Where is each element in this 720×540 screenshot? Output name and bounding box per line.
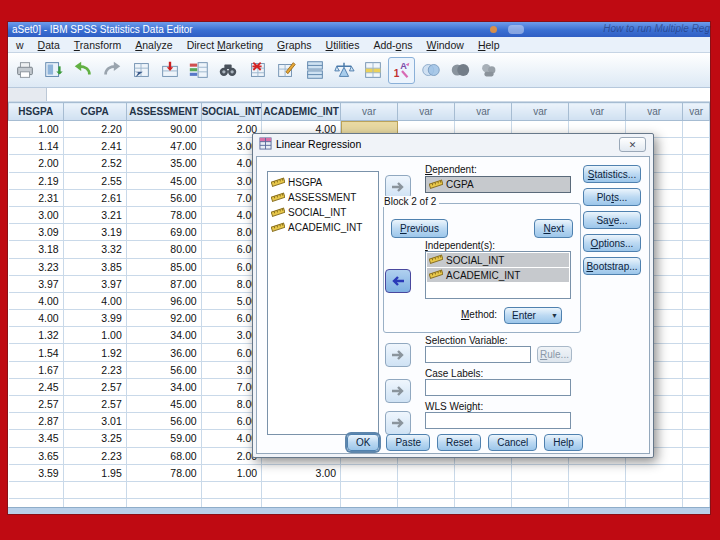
insert-variable-icon[interactable]	[272, 57, 299, 84]
menu-item[interactable]: Data	[31, 38, 67, 52]
cell[interactable]	[683, 481, 710, 498]
spell-check-icon[interactable]	[475, 57, 502, 84]
cell[interactable]: 36.00	[126, 344, 201, 361]
cell[interactable]	[683, 464, 710, 481]
cell[interactable]: 4.00	[9, 292, 64, 309]
cell[interactable]	[126, 499, 201, 507]
cell[interactable]	[683, 224, 710, 241]
wls-weight-field[interactable]	[425, 412, 571, 429]
cell[interactable]: 3.00	[262, 464, 341, 481]
cell[interactable]: 3.01	[63, 413, 126, 430]
cell[interactable]	[683, 155, 710, 172]
cell[interactable]: 3.19	[63, 224, 126, 241]
cell[interactable]	[683, 430, 710, 447]
cell[interactable]	[512, 481, 569, 498]
redo-icon[interactable]	[98, 57, 125, 84]
cell[interactable]: 2.57	[63, 396, 126, 413]
find-icon[interactable]	[214, 57, 241, 84]
menu-item[interactable]: Direct Marketing	[180, 38, 270, 52]
open-recent-dialogs-icon[interactable]	[40, 57, 67, 84]
cell[interactable]: 3.97	[9, 275, 64, 292]
cell[interactable]: 92.00	[126, 310, 201, 327]
selection-variable-field[interactable]	[425, 346, 531, 363]
cell[interactable]: 1.00	[9, 121, 64, 138]
cell[interactable]	[626, 464, 683, 481]
cell[interactable]: 78.00	[126, 464, 201, 481]
dialog-bottom-button[interactable]: Help	[544, 434, 583, 451]
cell[interactable]	[398, 464, 455, 481]
column-header[interactable]: ASSESSMENT	[126, 103, 201, 121]
print-icon[interactable]	[11, 57, 38, 84]
menu-item[interactable]: Help	[471, 38, 507, 52]
window-titlebar[interactable]: aSet0] - IBM SPSS Statistics Data Editor…	[8, 22, 710, 37]
dialog-titlebar[interactable]: Linear Regression ✕	[253, 134, 653, 154]
cell[interactable]: 69.00	[126, 224, 201, 241]
dialog-side-button[interactable]: Plots...	[583, 188, 641, 206]
menu-item[interactable]: w	[9, 38, 31, 52]
cell[interactable]: 1.92	[63, 344, 126, 361]
insert-cases-icon[interactable]	[243, 57, 270, 84]
cell[interactable]	[626, 499, 683, 507]
cell[interactable]	[683, 361, 710, 378]
dialog-side-button[interactable]: Bootstrap...	[583, 257, 641, 275]
cell[interactable]: 2.55	[63, 172, 126, 189]
dialog-side-button[interactable]: Statistics...	[583, 165, 641, 183]
cell[interactable]: 80.00	[126, 241, 201, 258]
dialog-bottom-button[interactable]: OK	[347, 434, 379, 451]
cell[interactable]: 56.00	[126, 189, 201, 206]
cell[interactable]	[683, 327, 710, 344]
cell[interactable]	[398, 481, 455, 498]
cell[interactable]: 35.00	[126, 155, 201, 172]
cell[interactable]: 3.00	[9, 206, 64, 223]
show-variable-sets-icon[interactable]	[417, 57, 444, 84]
cell[interactable]: 1.54	[9, 344, 64, 361]
cell[interactable]: 3.09	[9, 224, 64, 241]
cell[interactable]: 56.00	[126, 361, 201, 378]
dialog-side-button[interactable]: Save...	[583, 211, 641, 229]
column-header[interactable]: ACADEMIC_INT	[262, 103, 341, 121]
available-variables-list[interactable]: HSGPA ASSESSMENT SOCIAL_INT ACAD	[267, 171, 379, 435]
menu-item[interactable]: Analyze	[128, 38, 179, 52]
menu-item[interactable]: Window	[420, 38, 471, 52]
case-labels-field[interactable]	[425, 379, 571, 396]
menu-item[interactable]: Transform	[67, 38, 128, 52]
column-header[interactable]: var	[398, 103, 455, 121]
cell[interactable]: 87.00	[126, 275, 201, 292]
cell[interactable]: 2.23	[63, 447, 126, 464]
cell[interactable]: 1.00	[63, 327, 126, 344]
cell[interactable]	[683, 172, 710, 189]
cell[interactable]: 2.31	[9, 189, 64, 206]
cell[interactable]: 1.95	[63, 464, 126, 481]
cell[interactable]	[455, 499, 512, 507]
cell[interactable]: 59.00	[126, 430, 201, 447]
cell[interactable]: 2.45	[9, 378, 64, 395]
cell[interactable]	[569, 481, 626, 498]
show-all-variables-icon[interactable]	[446, 57, 473, 84]
cell[interactable]	[569, 464, 626, 481]
cell[interactable]: 90.00	[126, 121, 201, 138]
cell[interactable]	[569, 499, 626, 507]
move-case-labels-arrow-icon[interactable]	[385, 379, 411, 403]
use-variable-sets-icon[interactable]: 1A	[388, 57, 415, 84]
column-header[interactable]: var	[569, 103, 626, 121]
cell[interactable]: 2.52	[63, 155, 126, 172]
cell[interactable]: 2.57	[9, 396, 64, 413]
column-header[interactable]: var	[455, 103, 512, 121]
cell[interactable]	[683, 396, 710, 413]
previous-button[interactable]: Previous	[391, 219, 448, 238]
cell[interactable]	[262, 499, 341, 507]
cell[interactable]	[455, 481, 512, 498]
cell[interactable]: 3.18	[9, 241, 64, 258]
cell[interactable]: 4.00	[9, 310, 64, 327]
weight-cases-icon[interactable]	[330, 57, 357, 84]
column-header[interactable]: HSGPA	[9, 103, 64, 121]
cell[interactable]	[63, 481, 126, 498]
cell[interactable]: 1.00	[201, 464, 261, 481]
cell[interactable]	[683, 275, 710, 292]
cell[interactable]: 3.85	[63, 258, 126, 275]
cell[interactable]	[683, 344, 710, 361]
variable-item[interactable]: ASSESSMENT	[268, 190, 378, 205]
cell[interactable]: 3.21	[63, 206, 126, 223]
cell[interactable]	[341, 499, 398, 507]
cell[interactable]	[683, 206, 710, 223]
